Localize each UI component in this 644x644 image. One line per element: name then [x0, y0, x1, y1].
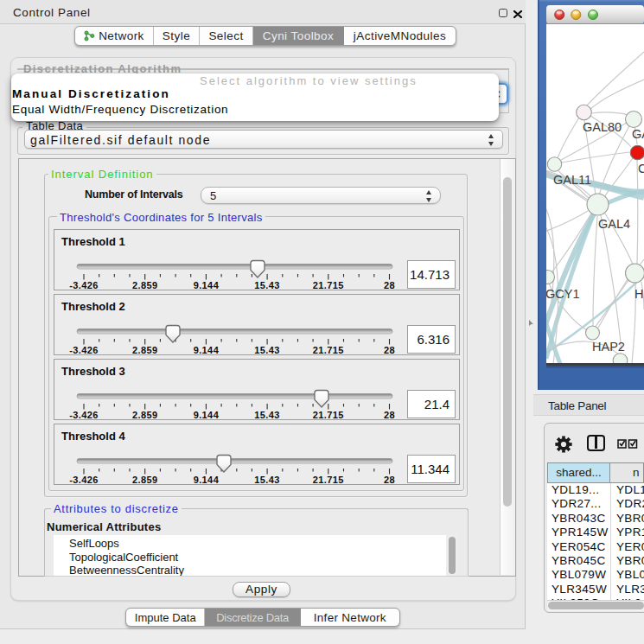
svg-text:21.715: 21.715: [313, 410, 344, 419]
svg-text:21.715: 21.715: [313, 280, 344, 290]
svg-text:21.715: 21.715: [313, 345, 344, 354]
svg-text:21.715: 21.715: [313, 475, 344, 484]
svg-text:-3.426: -3.426: [69, 345, 99, 354]
svg-text:HAP2: HAP2: [592, 340, 625, 354]
svg-text:GAL11: GAL11: [553, 173, 591, 187]
svg-text:-3.426: -3.426: [69, 280, 99, 290]
svg-text:28: 28: [384, 410, 395, 419]
svg-text:2.859: 2.859: [132, 280, 158, 290]
svg-text:GAL4: GAL4: [598, 217, 630, 231]
svg-text:GAL80: GAL80: [583, 120, 622, 134]
svg-text:GA: GA: [632, 127, 644, 141]
svg-text:28: 28: [384, 345, 395, 354]
svg-text:H: H: [634, 287, 643, 301]
svg-text:9.144: 9.144: [194, 345, 220, 354]
svg-text:GCY1: GCY1: [545, 287, 580, 301]
svg-text:2.859: 2.859: [132, 345, 158, 354]
svg-text:2.859: 2.859: [132, 475, 158, 484]
svg-text:-3.426: -3.426: [69, 410, 99, 419]
svg-text:28: 28: [384, 475, 395, 484]
svg-text:C: C: [638, 162, 644, 175]
svg-text:9.144: 9.144: [194, 410, 220, 419]
svg-text:15.43: 15.43: [254, 475, 280, 484]
svg-text:15.43: 15.43: [254, 345, 280, 354]
svg-text:28: 28: [384, 280, 395, 290]
svg-text:15.43: 15.43: [254, 410, 280, 419]
svg-text:-3.426: -3.426: [69, 475, 99, 484]
svg-text:2.859: 2.859: [132, 410, 158, 419]
svg-text:15.43: 15.43: [254, 280, 280, 290]
svg-text:9.144: 9.144: [194, 280, 220, 290]
svg-text:9.144: 9.144: [194, 475, 220, 484]
